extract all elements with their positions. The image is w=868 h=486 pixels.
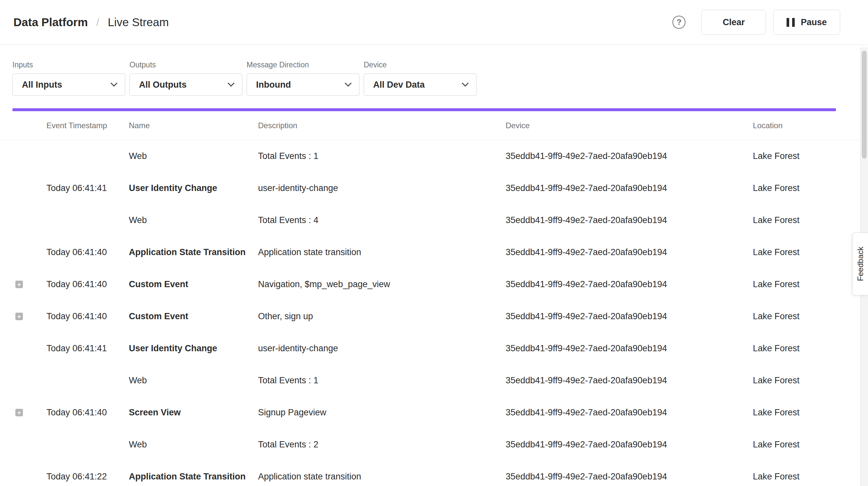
header: Data Platform / Live Stream ? Clear Paus… bbox=[0, 0, 868, 45]
event-device: 35eddb41-9ff9-49e2-7aed-20afa90eb194 bbox=[506, 472, 753, 482]
pause-icon bbox=[786, 18, 795, 27]
table-row[interactable]: Web Total Events : 1 35eddb41-9ff9-49e2-… bbox=[0, 364, 868, 396]
filter-outputs-label: Outputs bbox=[129, 61, 242, 69]
event-location: Lake Forest bbox=[753, 215, 836, 225]
event-timestamp: Today 06:41:40 bbox=[46, 279, 129, 290]
table-row[interactable]: Web Total Events : 4 35eddb41-9ff9-49e2-… bbox=[0, 204, 868, 236]
event-device: 35eddb41-9ff9-49e2-7aed-20afa90eb194 bbox=[506, 151, 753, 161]
event-name: Screen View bbox=[129, 407, 258, 418]
event-name: Web bbox=[129, 439, 258, 450]
event-name: Custom Event bbox=[129, 311, 258, 322]
event-description: Navigation, $mp_web_page_view bbox=[258, 279, 506, 290]
inputs-select[interactable]: All Inputs bbox=[12, 73, 125, 96]
event-description: Other, sign up bbox=[258, 311, 506, 322]
outputs-select-value: All Outputs bbox=[139, 80, 186, 90]
event-location: Lake Forest bbox=[753, 311, 836, 322]
event-timestamp: Today 06:41:40 bbox=[46, 311, 129, 322]
event-description: user-identity-change bbox=[258, 183, 506, 193]
table-row[interactable]: Today 06:41:40 Application State Transit… bbox=[0, 236, 868, 268]
event-timestamp: Today 06:41:41 bbox=[46, 343, 129, 354]
filter-message-direction-label: Message Direction bbox=[247, 61, 360, 69]
events-table: Event Timestamp Name Description Device … bbox=[0, 111, 868, 486]
event-device: 35eddb41-9ff9-49e2-7aed-20afa90eb194 bbox=[506, 311, 753, 322]
event-device: 35eddb41-9ff9-49e2-7aed-20afa90eb194 bbox=[506, 215, 753, 225]
column-header-timestamp: Event Timestamp bbox=[46, 121, 129, 130]
expand-icon[interactable]: + bbox=[16, 281, 23, 288]
event-name: Application State Transition bbox=[129, 247, 258, 257]
table-row[interactable]: + Today 06:41:40 Custom Event Other, sig… bbox=[0, 300, 868, 332]
event-description: Signup Pageview bbox=[258, 407, 506, 418]
filter-device-label: Device bbox=[364, 61, 476, 69]
event-name: User Identity Change bbox=[129, 343, 258, 354]
clear-button[interactable]: Clear bbox=[701, 10, 766, 35]
event-timestamp: Today 06:41:22 bbox=[46, 472, 129, 482]
table-row[interactable]: Web Total Events : 2 35eddb41-9ff9-49e2-… bbox=[0, 428, 868, 460]
event-description: Total Events : 2 bbox=[258, 439, 506, 450]
pause-button-label: Pause bbox=[801, 17, 827, 28]
expand-icon[interactable]: + bbox=[16, 409, 23, 416]
event-description: Application state transition bbox=[258, 472, 506, 482]
chevron-down-icon bbox=[462, 80, 469, 87]
breadcrumb: Data Platform / Live Stream bbox=[13, 16, 169, 29]
breadcrumb-data-platform[interactable]: Data Platform bbox=[13, 16, 88, 29]
event-name: Application State Transition bbox=[129, 472, 258, 482]
filter-inputs-label: Inputs bbox=[12, 61, 125, 69]
event-description: Total Events : 4 bbox=[258, 215, 506, 225]
table-row[interactable]: Today 06:41:41 User Identity Change user… bbox=[0, 332, 868, 364]
event-device: 35eddb41-9ff9-49e2-7aed-20afa90eb194 bbox=[506, 279, 753, 290]
column-header-location: Location bbox=[753, 121, 836, 130]
filter-inputs: Inputs All Inputs bbox=[12, 61, 125, 96]
event-description: Total Events : 1 bbox=[258, 375, 506, 386]
column-header-device: Device bbox=[506, 121, 753, 130]
clear-button-label: Clear bbox=[723, 17, 745, 28]
feedback-tab[interactable]: Feedback bbox=[852, 233, 868, 295]
filter-device: Device All Dev Data bbox=[364, 61, 476, 96]
table-row[interactable]: + Today 06:41:40 Custom Event Navigation… bbox=[0, 268, 868, 300]
live-stream-page: Data Platform / Live Stream ? Clear Paus… bbox=[0, 0, 868, 486]
breadcrumb-separator: / bbox=[96, 17, 99, 28]
help-button[interactable]: ? bbox=[673, 16, 685, 29]
event-device: 35eddb41-9ff9-49e2-7aed-20afa90eb194 bbox=[506, 343, 753, 354]
outputs-select[interactable]: All Outputs bbox=[129, 73, 242, 96]
device-select[interactable]: All Dev Data bbox=[364, 73, 476, 96]
message-direction-select[interactable]: Inbound bbox=[247, 73, 360, 96]
pause-button[interactable]: Pause bbox=[773, 10, 840, 35]
event-location: Lake Forest bbox=[753, 375, 836, 386]
expand-icon[interactable]: + bbox=[16, 313, 23, 320]
filter-message-direction: Message Direction Inbound bbox=[247, 61, 360, 96]
feedback-tab-label: Feedback bbox=[856, 247, 865, 281]
event-device: 35eddb41-9ff9-49e2-7aed-20afa90eb194 bbox=[506, 183, 753, 193]
inputs-select-value: All Inputs bbox=[22, 80, 62, 90]
event-location: Lake Forest bbox=[753, 279, 836, 290]
event-description: Total Events : 1 bbox=[258, 151, 506, 161]
device-select-value: All Dev Data bbox=[373, 80, 425, 90]
message-direction-select-value: Inbound bbox=[256, 80, 291, 90]
breadcrumb-live-stream: Live Stream bbox=[107, 16, 169, 29]
event-name: Custom Event bbox=[129, 279, 258, 290]
event-location: Lake Forest bbox=[753, 151, 836, 161]
event-name: Web bbox=[129, 375, 258, 386]
event-timestamp: Today 06:41:40 bbox=[46, 247, 129, 257]
table-row[interactable]: Today 06:41:41 User Identity Change user… bbox=[0, 172, 868, 204]
table-header: Event Timestamp Name Description Device … bbox=[0, 111, 868, 140]
event-location: Lake Forest bbox=[753, 472, 836, 482]
event-location: Lake Forest bbox=[753, 439, 836, 450]
event-location: Lake Forest bbox=[753, 343, 836, 354]
table-row[interactable]: Web Total Events : 1 35eddb41-9ff9-49e2-… bbox=[0, 140, 868, 172]
event-location: Lake Forest bbox=[753, 247, 836, 257]
scrollbar-thumb[interactable] bbox=[862, 51, 867, 159]
table-row[interactable]: Today 06:41:22 Application State Transit… bbox=[0, 460, 868, 486]
question-mark-icon: ? bbox=[677, 18, 682, 27]
event-location: Lake Forest bbox=[753, 183, 836, 193]
event-device: 35eddb41-9ff9-49e2-7aed-20afa90eb194 bbox=[506, 247, 753, 257]
filter-outputs: Outputs All Outputs bbox=[129, 61, 242, 96]
event-timestamp: Today 06:41:41 bbox=[46, 183, 129, 193]
chevron-down-icon bbox=[111, 80, 117, 87]
event-name: Web bbox=[129, 151, 258, 161]
table-row[interactable]: + Today 06:41:40 Screen View Signup Page… bbox=[0, 396, 868, 428]
chevron-down-icon bbox=[345, 80, 351, 87]
stream-progress-bar bbox=[12, 108, 836, 111]
chevron-down-icon bbox=[228, 80, 235, 87]
event-name: Web bbox=[129, 215, 258, 225]
event-name: User Identity Change bbox=[129, 183, 258, 193]
